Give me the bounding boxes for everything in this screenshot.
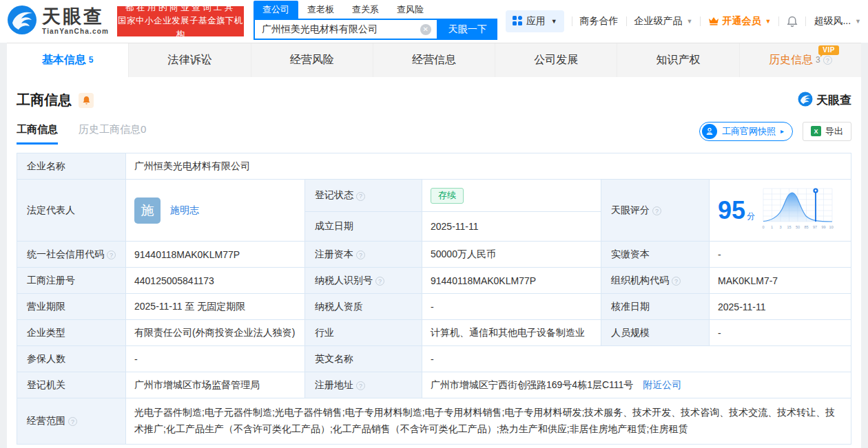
svg-text:50: 50 [796,225,800,229]
main-container: 基本信息 5 法律诉讼 经营风险 经营信息 公司发展 知识产权 VIP 历史信息… [7,43,861,448]
reg-no-value: 440125005841173 [126,268,305,294]
tab-count: 5 [89,55,94,65]
approval-date-value: 2025-11-11 [710,294,851,320]
chevron-down-icon: ▼ [765,18,771,25]
tab-legal-proceedings[interactable]: 法律诉讼 [128,43,250,77]
nav-membership[interactable]: 开通会员 ▼ [708,15,771,28]
address-value: 广州市增城区宁西街创强路169号4栋1层C111号 [431,379,633,390]
field-label: 企业类型 [17,320,126,346]
table-row: 营业期限 2025-11-11 至 无固定期限 纳税人资质 - 核准日期 202… [17,294,851,320]
help-icon[interactable]: ? [356,381,365,390]
status-badge: 存续 [431,188,464,204]
field-label: 行业 [305,320,422,346]
tab-label: 历史信息 [769,53,813,67]
search-tab-boss[interactable]: 查老板 [298,1,343,19]
table-row: 企业类型 有限责任公司(外商投资企业法人独资) 行业 计算机、通信和其他电子设备… [17,320,851,346]
top-header: 天眼查 TianYanCha.com 都在用的商业查询工具 国家中小企业发展子基… [0,0,868,43]
tab-operation-info[interactable]: 经营信息 [373,43,495,77]
divider [572,17,572,26]
industry-value: 计算机、通信和其他电子设备制造业 [422,320,601,346]
svg-text:97: 97 [813,225,817,229]
help-icon[interactable]: ? [356,192,365,201]
field-label: 营业期限 [17,294,126,320]
subscribe-bell-icon[interactable] [79,93,94,108]
export-button[interactable]: X 导出 [803,122,851,141]
table-row: 经营范围? 光电子器件制造;电子元器件制造;光电子器件销售;电子专用材料制造;电… [17,398,851,445]
legal-rep-cell: 施 施明志 [126,180,305,242]
org-code-value: MAK0KLM7-7 [710,268,851,294]
official-snapshot-button[interactable]: 工商官网快照 ▸ [699,122,793,141]
reg-capital-value: 50000万人民币 [422,242,601,268]
excel-icon: X [811,126,821,136]
search-input[interactable] [260,23,420,36]
field-label: 企业名称 [17,153,126,180]
notification-bell-icon[interactable] [787,16,798,28]
nav-membership-label: 开通会员 [722,15,761,28]
search-tab-risk[interactable]: 查风险 [388,1,433,19]
search-button[interactable]: 天眼一下 [438,19,497,40]
field-label-text: 天眼评分 [611,204,650,215]
help-icon[interactable]: ? [356,250,365,259]
crown-icon [708,16,719,28]
table-row: 统一社会信用代码? 91440118MAK0KLM77P 注册资本? 50000… [17,242,851,268]
field-label: 统一社会信用代码? [17,242,126,268]
nav-enterprise-label: 企业级产品 [634,15,683,28]
nav-super-risk[interactable]: 超级风... ▼ [814,15,861,28]
search-tab-company[interactable]: 查公司 [254,1,298,19]
authority-value: 广州市增城区市场监督管理局 [126,372,305,398]
help-icon[interactable]: ? [652,206,661,215]
tianyancha-logo[interactable]: 天眼查 TianYanCha.com [7,5,109,38]
field-label: 纳税人识别号? [305,268,422,294]
help-icon[interactable]: ? [107,250,116,259]
svg-text:3: 3 [780,225,782,229]
logo-name: 天眼查 [42,8,109,26]
address-cell: 广州市增城区宁西街创强路169号4栋1层C111号 附近公司 [422,372,851,398]
nearby-companies-link[interactable]: 附近公司 [643,379,681,390]
avatar[interactable]: 施 [134,198,161,224]
divider [626,17,627,26]
search-input-wrap: ✕ [254,19,438,40]
credit-code-value: 91440118MAK0KLM77P [126,242,305,268]
tab-company-development[interactable]: 公司发展 [495,43,617,77]
field-label-text: 统一社会信用代码 [27,248,104,259]
taxpayer-quality-value: - [422,294,601,320]
search-tab-relation[interactable]: 查关系 [343,1,388,19]
help-icon[interactable]: ? [375,277,384,286]
field-label-text: 组织机构代码 [611,275,669,286]
subtab-history-business-info[interactable]: 历史工商信息0 [79,123,146,145]
tab-label: 经营信息 [412,53,456,67]
field-label: 天眼评分? [601,180,710,242]
business-info-table: 企业名称 广州恒美光电材料有限公司 法定代表人 施 施明志 登记状态? 存续 [17,153,851,445]
subtab-business-info[interactable]: 工商信息 [17,123,58,145]
nav-enterprise[interactable]: 企业级产品 ▼ [634,15,693,28]
nav-apps[interactable]: 应用 ▼ [506,10,564,32]
apps-grid-icon [513,16,522,28]
insured-value: - [126,346,305,372]
nav-cooperation[interactable]: 商务合作 [580,15,619,28]
tianyancha-logo-icon [7,5,37,38]
nav-super-risk-label: 超级风... [814,15,851,28]
staff-size-value: - [710,320,851,346]
clear-icon[interactable]: ✕ [420,24,431,35]
field-label-text: 纳税人识别号 [315,275,373,286]
field-label: 登记状态? [305,180,422,212]
promo-banner: 都在用的商业查询工具 国家中小企业发展子基金旗下机构 [117,6,244,36]
divider [778,17,779,26]
established-value: 2025-11-11 [422,212,601,242]
help-icon[interactable]: ? [68,417,77,426]
stamp-icon [702,124,717,139]
field-label: 注册资本? [305,242,422,268]
tab-history-info[interactable]: VIP 历史信息 3 ? [739,43,861,77]
field-label: 组织机构代码? [601,268,710,294]
tab-intellectual-property[interactable]: 知识产权 [617,43,738,77]
tab-label: 法律诉讼 [167,53,211,67]
watermark-text: 天眼查 [816,92,851,108]
field-label: 实缴资本 [601,242,710,268]
legal-rep-link[interactable]: 施明志 [170,204,199,217]
chevron-down-icon: ▼ [687,18,693,25]
tab-basic-info[interactable]: 基本信息 5 [7,43,128,77]
help-icon[interactable]: ? [672,277,681,286]
tab-operation-risk[interactable]: 经营风险 [251,43,373,77]
export-button-label: 导出 [825,125,843,138]
vip-badge: VIP [818,45,839,55]
